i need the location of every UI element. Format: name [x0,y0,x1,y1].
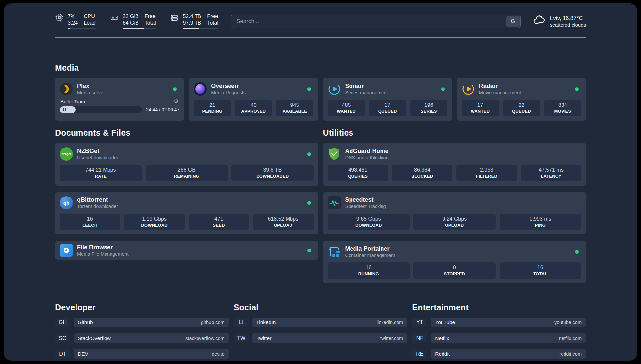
memory-widget: 22 GiB Free 64 GiB Total [110,13,156,29]
cpu-widget: 7% CPU 3.24 Load [55,13,96,29]
service-desc: Movie management [479,90,521,96]
service-card-speedtest[interactable]: Speedtest Speedtest Tracking 9.65 Gbps D… [323,192,586,234]
service-name: Overseerr [211,82,246,90]
playback-time: 24:44 / 02:06:47 [146,107,179,112]
stat-running: 16 RUNNING [328,262,410,279]
stat-download: 1.19 Gbps DOWNLOAD [124,214,184,230]
cpu-load-value: 3.24 [68,20,78,26]
service-desc: Media File Management [77,251,129,257]
service-card-radarr[interactable]: Radarr Movie management 17 WANTED 22 QUE… [457,78,586,121]
stat-wanted: 485 WANTED [328,100,365,116]
memory-icon [110,14,119,29]
topbar-divider [55,37,586,38]
status-dot [307,87,311,91]
status-dot [575,250,579,254]
bookmark-abbr: LI [234,318,249,327]
bookmark-group-developer: Developer GH Github github.com SO StackO… [55,302,229,359]
status-dot [441,87,445,91]
bookmark-github[interactable]: GH Github github.com [55,318,229,327]
bookmark-group-social: Social LI LinkedIn linkedin.com TW Twitt… [234,302,408,343]
status-dot [173,87,177,91]
stat-ping: 0.993 ms PING [500,214,582,230]
pause-icon [63,108,66,111]
service-card-sonarr[interactable]: Sonarr Series management 485 WANTED 17 Q… [323,78,452,121]
stat-blocked: 86,384 BLOCKED [392,165,452,181]
disk-total-value: 97.9 TB [183,20,201,26]
service-name: Radarr [479,82,521,90]
service-card-qbittorrent[interactable]: qb qBittorrent Torrent downloader 16 LEE… [55,192,318,234]
service-name: AdGuard Home [345,147,389,155]
stat-upload: 9.24 Gbps UPLOAD [413,214,496,230]
plex-icon [60,82,73,96]
service-desc: Media server [77,90,105,96]
service-name: NZBGet [77,147,118,155]
section-title-utilities: Utilities [323,128,586,137]
stat-approved: 40 APPROVED [235,100,272,116]
status-dot [307,152,311,156]
section-documents: Documents & Files nzbget NZBGet Usenet d… [55,128,318,260]
stat-latency: 47.571 ms LATENCY [521,165,581,181]
section-title-social: Social [234,302,408,312]
bookmark-domain: linkedin.com [377,320,403,325]
bookmark-abbr: GH [55,318,70,327]
service-card-plex[interactable]: Plex Media server Bullet Train ⚙ 24:4 [55,78,184,121]
cpu-icon [55,14,64,29]
cpu-progressbar [68,28,96,29]
stat-downloaded: 39.6 TB DOWNLOADED [231,165,314,181]
gear-icon[interactable]: ⚙ [174,99,179,104]
service-name: Speedtest [345,196,386,203]
adguard-icon [328,147,341,161]
system-widgets: 7% CPU 3.24 Load [55,13,218,29]
section-title-media: Media [55,63,586,73]
speedtest-icon [328,196,341,209]
service-card-overseerr[interactable]: Overseerr Media Requests 21 PENDING 40 A… [189,78,318,121]
bookmark-stackoverflow[interactable]: SO StackOverflow stackoverflow.com [55,333,229,343]
stat-filtered: 2,953 FILTERED [456,165,517,181]
stat-pending: 21 PENDING [194,100,231,116]
service-name: Sonarr [345,82,388,90]
section-title-entertainment: Entertainment [412,302,586,312]
service-card-portainer[interactable]: Media Portainer Container management 16 … [323,241,586,283]
cloud-icon [533,15,546,26]
bookmark-abbr: YT [412,318,427,327]
bookmark-abbr: DT [55,349,70,359]
service-name: Plex [77,82,105,90]
section-utilities: Utilities AdGuard Home [323,128,586,283]
service-desc: Speedtest Tracking [345,204,386,209]
stat-wanted: 17 WANTED [462,100,499,116]
bookmark-name: Netflix [435,335,449,341]
bookmark-dev[interactable]: DT DEV dev.to [55,349,229,359]
weather-condition: scattered clouds [550,22,586,28]
bookmark-name: Reddit [435,351,450,357]
playback-progressbar [60,106,142,113]
search-input[interactable] [232,18,506,25]
section-media: Media Plex Media server Bullet Train ⚙ [55,63,586,121]
bookmark-domain: dev.to [212,351,224,357]
bookmark-youtube[interactable]: YT YouTube youtube.com [412,318,586,327]
disk-label-top: Free [207,13,218,19]
disk-widget: 52.4 TB Free 97.9 TB Total [170,13,218,29]
stat-queries: 498,461 QUERIES [328,165,388,181]
cpu-label-top: CPU [84,13,96,19]
search-provider-button[interactable]: G [506,16,520,27]
bookmark-reddit[interactable]: RE Reddit reddit.com [412,349,586,359]
qbittorrent-icon: qb [60,196,73,209]
service-name: Media Portainer [345,245,395,252]
service-card-filebrowser[interactable]: File Browser Media File Management [55,241,318,260]
status-dot [575,87,579,91]
status-dot [307,249,311,252]
status-dot [307,201,311,205]
search-bar: G [231,15,521,28]
weather-location: Lviv, 16.87°C [550,15,586,22]
bookmark-netflix[interactable]: NF Netflix netflix.com [412,333,586,343]
stat-rate: 744.21 Mbps RATE [60,165,142,181]
bookmark-twitter[interactable]: TW Twitter twitter.com [234,333,408,343]
stat-leech: 16 LEECH [60,214,120,230]
bookmark-name: LinkedIn [257,319,276,325]
service-card-nzbget[interactable]: nzbget NZBGet Usenet downloader 744.21 M… [55,143,318,186]
bookmark-name: Github [78,319,93,325]
service-card-adguard[interactable]: AdGuard Home DNS and adblocking 498,461 … [323,143,586,186]
stat-seed: 471 SEED [189,214,249,230]
bookmark-group-entertainment: Entertainment YT YouTube youtube.com NF … [412,302,586,359]
bookmark-linkedin[interactable]: LI LinkedIn linkedin.com [234,318,408,327]
